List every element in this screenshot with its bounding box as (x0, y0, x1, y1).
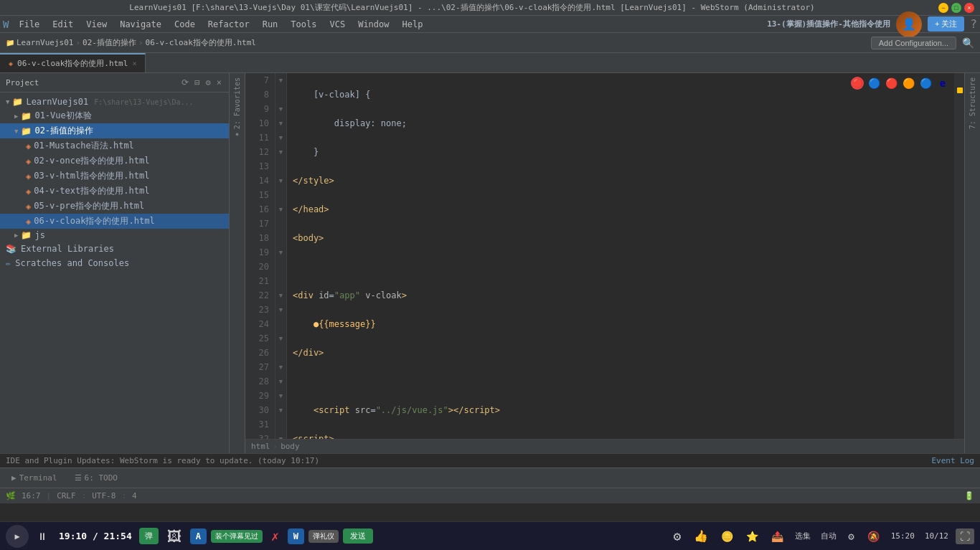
menu-code[interactable]: Code (169, 18, 201, 31)
taskbar-app-etiquette[interactable]: 弹礼仪 (308, 530, 339, 543)
help-icon[interactable]: ? (970, 17, 977, 31)
fullscreen-button[interactable]: ⛶ (956, 528, 974, 544)
structure-tab[interactable]: 7: Structure (966, 73, 979, 133)
tab-bar: ◈ 06-v-cloak指令的使用.html × (0, 53, 980, 73)
browser-icons-bar: 🔴 🔵 🔴 🟠 🔵 e (851, 76, 950, 90)
follow-button[interactable]: + 关注 (928, 16, 964, 32)
fold-22[interactable]: ▼ (275, 288, 286, 303)
taskbar-settings[interactable]: ⚙ (669, 526, 685, 546)
menu-tools[interactable]: Tools (285, 18, 322, 31)
fold-28[interactable]: ▼ (275, 374, 286, 389)
tree-file-04vtext[interactable]: ◈ 04-v-text指令的使用.html (0, 184, 229, 199)
fold-25[interactable]: ▼ (275, 331, 286, 346)
taskbar-app-green[interactable]: 弹 (139, 528, 159, 544)
structure-panel: 7: Structure (964, 73, 980, 453)
menu-help[interactable]: Help (397, 18, 429, 31)
favorites-tab[interactable]: ★ 2: Favorites (231, 73, 243, 143)
taskbar-app-blue[interactable]: A (190, 528, 207, 544)
menu-window[interactable]: Window (352, 18, 395, 31)
fold-9[interactable]: ▼ (275, 102, 286, 116)
fold-14[interactable]: ▼ (275, 174, 286, 188)
tree-file-01mustache[interactable]: ◈ 01-Mustache语法.html (0, 138, 229, 153)
safari-btn[interactable]: 🟠 (901, 76, 915, 90)
breadcrumb-file[interactable]: 06-v-cloak指令的使用.html (146, 37, 256, 48)
fold-29[interactable]: ▼ (275, 389, 286, 403)
taskbar-app-install[interactable]: 装个弹幕见过 (211, 530, 263, 543)
tree-root-folder[interactable]: ▼ 📁 LearnVuejs01 F:\share\13-Vuejs\Da... (0, 95, 229, 108)
breadcrumb-html-tag: html (251, 442, 270, 451)
menu-navigate[interactable]: Navigate (114, 18, 167, 31)
menu-edit[interactable]: Edit (47, 18, 79, 31)
fold-32[interactable]: ▼ (275, 432, 286, 439)
encoding[interactable]: UTF-8 (89, 491, 118, 501)
edge-btn[interactable]: 🔵 (918, 76, 933, 90)
tree-folder-01[interactable]: ▶ 📁 01-Vue初体验 (0, 108, 229, 123)
taskbar-app-img[interactable]: 🖼 (163, 525, 186, 548)
menu-run[interactable]: Run (257, 18, 284, 31)
taskbar-star[interactable]: ⭐ (742, 528, 763, 545)
breadcrumb-folder[interactable]: 02-插值的操作 (83, 37, 136, 48)
file-icon-05vpre: ◈ (26, 201, 31, 212)
menu-bar: W File Edit View Navigate Code Refactor … (0, 16, 980, 33)
indent-info: 4 (129, 491, 140, 501)
root-folder-label: LearnVuejs01 (26, 97, 88, 107)
code-area[interactable]: 7 8 9 10 11 12 13 14 15 16 17 18 19 20 2… (245, 73, 964, 439)
fold-30[interactable]: ▼ (275, 403, 286, 417)
menu-file[interactable]: File (13, 18, 45, 31)
breadcrumb-project[interactable]: LearnVuejs01 (17, 38, 73, 47)
code-content[interactable]: [v-cloak] { display: none; } </style> </… (287, 73, 954, 439)
tree-file-06vcloak[interactable]: ◈ 06-v-cloak指令的使用.html (0, 214, 229, 229)
tree-scratches-consoles[interactable]: ✏ Scratches and Consoles (0, 256, 229, 270)
fold-7[interactable]: ▼ (275, 73, 286, 87)
taskbar-app-word[interactable]: W (288, 528, 304, 544)
sys-tray-mute[interactable]: 🔕 (863, 528, 884, 545)
folder-icon-01: 📁 (21, 111, 32, 121)
menu-view[interactable]: View (80, 18, 113, 31)
taskbar-share[interactable]: 📤 (767, 528, 788, 545)
event-log-link[interactable]: Event Log (931, 456, 974, 465)
breadcrumb-sep2: › (138, 38, 143, 47)
folder-label-js: js (34, 230, 44, 240)
chrome-btn[interactable]: 🔴 (851, 77, 864, 90)
fold-16[interactable]: ▼ (275, 202, 286, 217)
taskbar-send-button[interactable]: 发送 (343, 528, 373, 544)
fold-12[interactable]: ▼ (275, 145, 286, 159)
tree-folder-02[interactable]: ▼ 📁 02-插值的操作 (0, 123, 229, 138)
user-avatar[interactable]: 👤 (896, 11, 922, 37)
play-button[interactable]: ▶ (6, 525, 29, 548)
project-sidebar: Project ⟳ ⊟ ⚙ × ▼ 📁 LearnVuejs01 F:\shar… (0, 73, 230, 453)
opera-btn[interactable]: 🔴 (884, 76, 898, 90)
taskbar-app-red[interactable]: ✗ (267, 526, 283, 546)
line-ending[interactable]: CRLF (54, 491, 79, 501)
terminal-button[interactable]: ▶ Terminal (6, 472, 63, 484)
fold-11[interactable]: ▼ (275, 131, 286, 145)
add-config-button[interactable]: Add Configuration... (871, 37, 956, 49)
firefox-btn[interactable]: 🔵 (867, 76, 881, 90)
todo-button[interactable]: ☰ 6: TODO (69, 472, 123, 484)
search-icon[interactable]: 🔍 (962, 37, 974, 49)
ie-btn[interactable]: e (936, 76, 950, 90)
fold-10[interactable]: ▼ (275, 116, 286, 131)
fold-23[interactable]: ▼ (275, 303, 286, 317)
menu-vcs[interactable]: VCS (324, 18, 351, 31)
fold-19[interactable]: ▼ (275, 245, 286, 260)
tab-close-button[interactable]: × (132, 60, 136, 67)
tree-file-03vhtml[interactable]: ◈ 03-v-html指令的使用.html (0, 169, 229, 184)
fold-27[interactable]: ▼ (275, 360, 286, 374)
active-tab[interactable]: ◈ 06-v-cloak指令的使用.html × (0, 53, 146, 72)
sidebar-close-icon[interactable]: × (215, 76, 223, 89)
pause-button[interactable]: ⏸ (33, 528, 52, 545)
tree-external-libraries[interactable]: 📚 External Libraries (0, 242, 229, 256)
taskbar-like[interactable]: 👍 (689, 526, 712, 546)
sys-tray-quality[interactable]: ⚙ (844, 528, 858, 545)
scratches-icon: ✏ (6, 258, 11, 268)
tree-folder-js[interactable]: ▶ 📁 js (0, 229, 229, 242)
taskbar-coin[interactable]: 🪙 (717, 528, 738, 545)
sidebar-sync-icon[interactable]: ⟳ (180, 76, 190, 89)
tree-file-02vonce[interactable]: ◈ 02-v-once指令的使用.html (0, 153, 229, 169)
sidebar-collapse-icon[interactable]: ⊟ (193, 76, 201, 89)
sidebar-settings-icon[interactable]: ⚙ (204, 76, 212, 89)
tree-file-05vpre[interactable]: ◈ 05-v-pre指令的使用.html (0, 199, 229, 214)
lesson-title: 13-(掌握)插值操作-其他指令使用 (767, 19, 890, 29)
menu-refactor[interactable]: Refactor (202, 18, 255, 31)
